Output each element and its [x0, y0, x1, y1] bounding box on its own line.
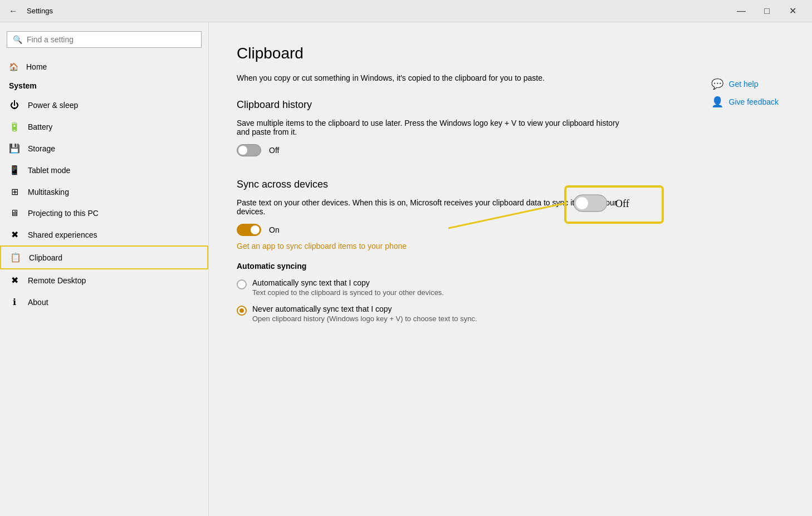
titlebar: ← Settings — □ ✕ — [0, 0, 812, 22]
radio-auto-sync-desc: Text copied to the clipboard is synced t… — [252, 288, 444, 297]
sidebar-item-power-sleep[interactable]: ⏻ Power & sleep — [0, 95, 208, 116]
sidebar-item-battery[interactable]: 🔋 Battery — [0, 116, 208, 137]
sidebar-item-label: Shared experiences — [28, 230, 97, 239]
sidebar-item-storage[interactable]: 💾 Storage — [0, 137, 208, 159]
sidebar-item-label: Tablet mode — [28, 166, 70, 175]
settings-window: ← Settings — □ ✕ 🔍 🏠 Home System — [0, 0, 812, 516]
page-description: When you copy or cut something in Window… — [237, 73, 627, 82]
clipboard-history-title: Clipboard history — [237, 99, 784, 111]
sidebar-item-projecting[interactable]: 🖥 Projecting to this PC — [0, 203, 208, 224]
sidebar-item-shared-experiences[interactable]: ✖ Shared experiences — [0, 224, 208, 245]
sidebar-item-home[interactable]: 🏠 Home — [0, 57, 208, 77]
help-section: 💬 Get help 👤 Give feedback — [711, 78, 779, 108]
window-title: Settings — [27, 7, 53, 15]
clipboard-icon: 📋 — [10, 252, 21, 263]
sync-toggle-row: On — [237, 224, 784, 236]
radio-item-never-sync[interactable]: Never automatically sync text that I cop… — [237, 304, 784, 323]
clipboard-history-toggle-row: Off — [237, 144, 279, 156]
close-button[interactable]: ✕ — [780, 0, 805, 22]
remote-icon: ✖ — [9, 275, 20, 286]
sidebar-item-label: Storage — [28, 144, 55, 153]
sync-devices-toggle[interactable] — [237, 224, 261, 236]
shared-icon: ✖ — [9, 229, 20, 240]
about-icon: ℹ — [9, 297, 20, 307]
clipboard-history-desc: Save multiple items to the clipboard to … — [237, 119, 627, 136]
auto-sync-label: Automatic syncing — [237, 262, 784, 271]
content-area: 🔍 🏠 Home System ⏻ Power & sleep 🔋 Batter… — [0, 22, 812, 516]
sidebar-item-label: Remote Desktop — [28, 276, 86, 285]
radio-auto-sync[interactable] — [237, 279, 247, 289]
help-icon: 💬 — [711, 78, 723, 90]
sidebar-item-label: Multitasking — [28, 188, 69, 196]
search-icon: 🔍 — [13, 35, 22, 44]
radio-auto-sync-label: Automatically sync text that I copy — [252, 278, 444, 287]
back-button[interactable]: ← — [7, 4, 20, 18]
minimize-button[interactable]: — — [728, 0, 754, 22]
radio-never-sync-desc: Open clipboard history (Windows logo key… — [252, 314, 477, 323]
multitask-icon: ⊞ — [9, 186, 20, 197]
sync-toggle-label: On — [269, 225, 280, 234]
search-box[interactable]: 🔍 — [7, 31, 202, 48]
sidebar-item-label: Battery — [28, 122, 52, 131]
home-label: Home — [26, 62, 47, 71]
give-feedback-label: Give feedback — [729, 97, 779, 106]
clipboard-history-toggle-label: Off — [269, 146, 279, 155]
sidebar-item-label: Power & sleep — [28, 101, 78, 110]
home-icon: 🏠 — [9, 62, 18, 71]
get-help-link[interactable]: 💬 Get help — [711, 78, 779, 90]
power-icon: ⏻ — [9, 100, 20, 110]
radio-never-sync[interactable] — [237, 306, 247, 316]
sidebar-item-multitasking[interactable]: ⊞ Multitasking — [0, 181, 208, 203]
search-input[interactable] — [27, 35, 195, 44]
system-label: System — [0, 77, 208, 95]
get-help-label: Get help — [729, 80, 759, 89]
main-content: 💬 Get help 👤 Give feedback Clipboard Whe… — [209, 22, 812, 516]
sidebar-item-label: About — [28, 298, 48, 307]
sidebar-item-tablet-mode[interactable]: 📱 Tablet mode — [0, 159, 208, 181]
page-title: Clipboard — [237, 45, 784, 62]
project-icon: 🖥 — [9, 208, 20, 218]
sync-phone-link[interactable]: Get an app to sync clipboard items to yo… — [237, 242, 784, 250]
sync-devices-desc: Paste text on your other devices. When t… — [237, 198, 627, 216]
radio-item-auto-sync[interactable]: Automatically sync text that I copy Text… — [237, 278, 784, 297]
sidebar-item-clipboard[interactable]: 📋 Clipboard — [0, 245, 208, 269]
give-feedback-link[interactable]: 👤 Give feedback — [711, 96, 779, 108]
radio-never-sync-label: Never automatically sync text that I cop… — [252, 304, 477, 313]
sidebar-item-label: Projecting to this PC — [28, 209, 99, 218]
feedback-icon: 👤 — [711, 96, 723, 108]
sidebar: 🔍 🏠 Home System ⏻ Power & sleep 🔋 Batter… — [0, 22, 209, 516]
sync-devices-title: Sync across devices — [237, 179, 784, 190]
storage-icon: 💾 — [9, 143, 20, 154]
battery-icon: 🔋 — [9, 121, 20, 132]
titlebar-controls: — □ ✕ — [728, 0, 805, 22]
sidebar-item-remote-desktop[interactable]: ✖ Remote Desktop — [0, 269, 208, 291]
sidebar-item-label: Clipboard — [29, 253, 62, 262]
sidebar-item-about[interactable]: ℹ About — [0, 291, 208, 313]
tablet-icon: 📱 — [9, 165, 20, 175]
clipboard-history-toggle[interactable] — [237, 144, 261, 156]
titlebar-left: ← Settings — [7, 4, 53, 18]
sync-devices-section: Sync across devices Paste text on your o… — [237, 179, 784, 323]
clipboard-history-section: Clipboard history Save multiple items to… — [237, 99, 784, 162]
maximize-button[interactable]: □ — [754, 0, 780, 22]
